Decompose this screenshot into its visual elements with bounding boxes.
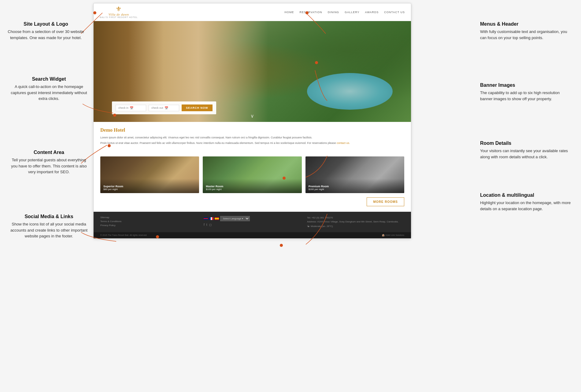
footer-link-privacy[interactable]: Privacy Policy [100, 224, 198, 227]
checkin-field[interactable]: check in 📅 [116, 105, 146, 111]
hero-banner: check in 📅 check out 📅 SEARCH NOW ∨ [94, 21, 411, 122]
callout-content-area: Content Area Tell your potential guests … [9, 150, 89, 175]
dot-banner [315, 61, 318, 64]
callout-menus-header-text: With fully customisable text and organis… [480, 29, 572, 41]
logo-icon: ⚜ [116, 6, 122, 13]
facebook-icon[interactable]: f [204, 223, 205, 226]
room-price-2: $100 per night [206, 188, 298, 191]
powered-text: Hotel Link Solutions [385, 234, 404, 236]
checkout-field[interactable]: check out 📅 [149, 105, 179, 111]
footer-flags: Select Language ▾ [204, 216, 301, 221]
footer-tel: Tel: +62 (0) 361 755270 [307, 216, 404, 220]
page-container: Site Layout & Logo Choose from a selecti… [0, 0, 581, 392]
flag-es[interactable] [215, 217, 219, 220]
footer-contact-col: Tel: +62 (0) 361 755270 Address: #144 Kr… [307, 216, 404, 228]
powered-by: 🏨 Hotel Link Solutions [382, 234, 404, 236]
nav-reservation[interactable]: RESERVATION [300, 11, 322, 14]
dot-header-right [305, 11, 309, 14]
website-bottom-bar: © 2015 The Trans Resort Bali. All rights… [94, 232, 411, 238]
footer-link-terms[interactable]: Terms & Conditions [100, 220, 198, 223]
callout-search-widget-text: A quick call-to-action on the homepage c… [9, 84, 89, 102]
nav-home[interactable]: HOME [285, 11, 294, 14]
nav-gallery[interactable]: GALLERY [345, 11, 359, 14]
logo-name: Villa de dawn [109, 13, 129, 16]
callout-location: Location & multilingual Highlight your l… [480, 192, 572, 212]
website-logo: ⚜ Villa de dawn Bali's First Resort Hote… [100, 6, 138, 18]
checkin-label: check in [118, 106, 128, 109]
room-cards: Superior Room $80 per night Master Room … [94, 156, 411, 193]
callout-site-layout: Site Layout & Logo Choose from a selecti… [6, 21, 86, 41]
nav-awards[interactable]: AWARDS [365, 11, 379, 14]
callout-room-details-title: Room Details [480, 141, 572, 146]
callout-banner-images-title: Banner Images [480, 82, 572, 88]
room-card-overlay-3: Premium Room $160 per night [305, 179, 404, 193]
room-card-overlay-1: Superior Room $80 per night [100, 179, 199, 193]
room-price-1: $80 per night [103, 188, 196, 191]
callout-social-media-text: Show the icons list of all your social m… [9, 221, 89, 239]
callout-location-text: Highlight your location on the homepage,… [480, 200, 572, 212]
room-card-overlay-2: Master Room $100 per night [203, 179, 302, 193]
dot-content [108, 144, 111, 147]
footer-address: Address: #144 Krouc Village, Svay Dangku… [307, 220, 404, 224]
content-section: Demo Hotel Lorem ipsum dolor sit amet, c… [94, 122, 411, 152]
footer-links-col: Sitemap Terms & Conditions Privacy Polic… [100, 216, 198, 228]
instagram-icon[interactable]: ◻ [209, 223, 212, 226]
callout-menus-header: Menus & Header With fully customisable t… [480, 21, 572, 41]
room-card-premium[interactable]: Premium Room $160 per night [305, 156, 404, 193]
callout-content-area-text: Tell your potential guests about everyth… [9, 157, 89, 175]
room-price-3: $160 per night [309, 188, 401, 191]
search-widget: check in 📅 check out 📅 SEARCH NOW [112, 101, 216, 114]
flag-uk[interactable] [204, 217, 208, 220]
calendar-icon: 📅 [130, 106, 133, 110]
room-type-3: Premium Room [309, 185, 401, 188]
footer-social: f t ◻ [204, 223, 301, 226]
room-type-1: Superior Room [103, 185, 196, 188]
footer-link-sitemap[interactable]: Sitemap [100, 216, 198, 219]
footer-language-col: Select Language ▾ f t ◻ [204, 216, 301, 228]
nav-contact[interactable]: CONTACT US [384, 11, 405, 14]
dot-room-details [283, 177, 286, 180]
checkout-label: check out [151, 106, 163, 109]
copyright-content: © 2015 The Trans Resort Bali. All rights… [100, 234, 147, 236]
dot-footer [156, 235, 159, 238]
callout-location-title: Location & multilingual [480, 192, 572, 198]
callout-search-widget: Search Widget A quick call-to-action on … [9, 76, 89, 102]
dot-logo [93, 11, 96, 14]
callout-social-media-title: Social Media & Links [9, 214, 89, 219]
callout-menus-header-title: Menus & Header [480, 21, 572, 27]
language-select[interactable]: Select Language ▾ [220, 216, 250, 221]
hotel-description-2-text: Proin luctus ut erat vitae auctor. Praes… [100, 141, 336, 145]
contact-us-link[interactable]: contact us. [337, 141, 350, 145]
flag-fr[interactable] [209, 217, 213, 220]
browser-frame: ⚜ Villa de dawn Bali's First Resort Hote… [93, 3, 411, 239]
website-nav: HOME RESERVATION DINING GALLERY AWARDS C… [285, 11, 405, 14]
callout-banner-images-text: The capability to add up to six high res… [480, 90, 572, 102]
callout-site-layout-title: Site Layout & Logo [6, 21, 86, 27]
search-now-button[interactable]: SEARCH NOW [182, 104, 213, 111]
callout-site-layout-text: Choose from a selection of over 30 websi… [6, 29, 86, 41]
dot-location [280, 244, 283, 247]
slider-arrow[interactable]: ∨ [250, 113, 254, 119]
twitter-icon[interactable]: t [206, 223, 207, 226]
footer-weather: 🌤 Moderate (an. 26°C) [307, 225, 404, 228]
more-rooms-button[interactable]: MORE ROOMS [367, 197, 404, 206]
hotel-name: Demo Hotel [100, 127, 404, 133]
room-type-2: Master Room [206, 185, 298, 188]
dot-search [113, 114, 116, 117]
callout-content-area-title: Content Area [9, 150, 89, 155]
hotel-description-2: Proin luctus ut erat vitae auctor. Praes… [100, 141, 404, 145]
more-rooms-section: MORE ROOMS [94, 193, 411, 212]
calendar-icon-2: 📅 [165, 106, 168, 110]
callout-room-details: Room Details Your visitors can instantly… [480, 141, 572, 160]
callout-search-widget-title: Search Widget [9, 76, 89, 82]
room-card-master[interactable]: Master Room $100 per night [203, 156, 302, 193]
weather-text: Moderate (an. 26°C) [311, 225, 333, 228]
hero-pool-image [307, 73, 393, 110]
nav-dining[interactable]: DINING [328, 11, 339, 14]
logo-tagline: Bali's First Resort Hotel [100, 16, 138, 18]
room-card-superior[interactable]: Superior Room $80 per night [100, 156, 199, 193]
website-footer: Sitemap Terms & Conditions Privacy Polic… [94, 212, 411, 232]
copyright-text: © 2015 The Trans Resort Bali. All rights… [100, 234, 147, 236]
hotel-description-1: Lorem ipsum dolor sit amet, consectetur … [100, 135, 404, 140]
weather-icon: 🌤 [307, 225, 309, 228]
